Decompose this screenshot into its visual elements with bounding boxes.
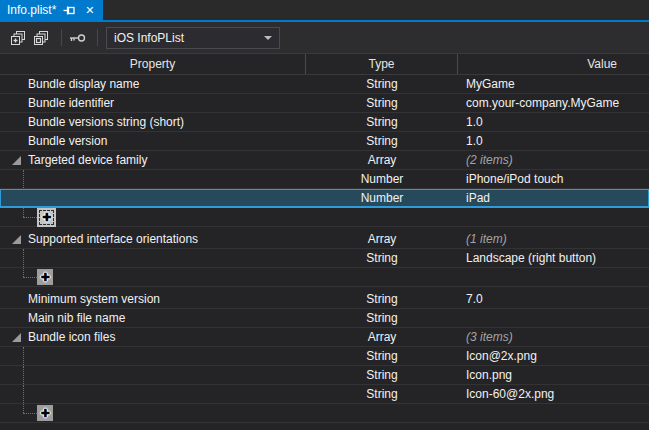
grid-row[interactable]: Targeted device familyArray(2 items): [0, 151, 649, 170]
tree-guide-line: [23, 385, 24, 403]
grid-row[interactable]: Minimum system versionString7.0: [0, 290, 649, 309]
grid-row[interactable]: NumberiPhone/iPod touch: [0, 170, 649, 189]
add-entry-button[interactable]: ✚: [37, 208, 56, 227]
tab-bar: Info.plist* ✕: [0, 0, 649, 22]
grid-row[interactable]: Supported interface orientationsArray(1 …: [0, 230, 649, 249]
type-cell: Number: [306, 172, 458, 186]
value-cell: Landscape (right button): [458, 251, 649, 265]
header-property[interactable]: Property: [0, 54, 306, 74]
property-cell: Minimum system version: [0, 292, 306, 306]
value-cell: Icon.png: [458, 368, 649, 382]
value-cell: (3 items): [458, 330, 649, 344]
type-cell: String: [306, 311, 458, 325]
value-cell: Icon@2x.png: [458, 349, 649, 363]
plus-icon: ✚: [40, 408, 49, 418]
header-type[interactable]: Type: [306, 54, 458, 74]
tree-guide-line: [23, 277, 37, 278]
grid-row[interactable]: Bundle display nameStringMyGame: [0, 75, 649, 94]
value-cell: iPhone/iPod touch: [458, 172, 649, 186]
type-cell: String: [306, 387, 458, 401]
type-cell: String: [306, 134, 458, 148]
grid-row[interactable]: Bundle versionString1.0: [0, 132, 649, 151]
grid-row[interactable]: NumberiPad: [0, 189, 649, 208]
add-entry-button[interactable]: ✚: [37, 405, 53, 421]
pin-icon[interactable]: [63, 4, 76, 17]
type-cell: Number: [306, 191, 458, 205]
plus-icon: ✚: [42, 212, 51, 222]
close-icon[interactable]: ✕: [83, 4, 96, 17]
plist-view-dropdown-value: iOS InfoPList: [114, 31, 184, 45]
tree-guide-line: [23, 170, 24, 188]
property-cell: Bundle identifier: [0, 96, 306, 110]
expander-icon[interactable]: [12, 333, 21, 342]
value-cell: com.your-company.MyGame: [458, 96, 649, 110]
property-cell: Bundle icon files: [0, 330, 306, 344]
type-cell: String: [306, 115, 458, 129]
toolbar-separator: [61, 29, 62, 46]
type-cell: String: [306, 292, 458, 306]
chevron-down-icon: [264, 36, 272, 40]
grid-body: Bundle display nameStringMyGameBundle id…: [0, 75, 649, 423]
grid-row[interactable]: Bundle identifierStringcom.your-company.…: [0, 94, 649, 113]
grid-row[interactable]: StringIcon.png: [0, 366, 649, 385]
tree-guide-line: [23, 366, 24, 384]
grid-row[interactable]: Bundle versions string (short)String1.0: [0, 113, 649, 132]
key-icon[interactable]: [68, 29, 86, 47]
grid-row[interactable]: Main nib file nameString: [0, 309, 649, 328]
property-cell: Targeted device family: [0, 153, 306, 167]
toolbar-separator: [97, 29, 98, 46]
value-cell: MyGame: [458, 77, 649, 91]
header-value[interactable]: Value: [458, 54, 649, 74]
expander-icon[interactable]: [12, 235, 21, 244]
item-list-stack-icon[interactable]: [32, 29, 50, 47]
toolbar: iOS InfoPList: [0, 22, 649, 53]
add-row[interactable]: ✚: [0, 404, 649, 423]
plist-grid: Property Type Value Bundle display nameS…: [0, 53, 649, 423]
expander-icon[interactable]: [12, 156, 21, 165]
grid-row[interactable]: StringIcon@2x.png: [0, 347, 649, 366]
type-cell: Array: [306, 153, 458, 167]
tree-guide-line: [23, 208, 24, 217]
tab-info-plist[interactable]: Info.plist* ✕: [0, 0, 103, 20]
tree-guide-line: [23, 249, 24, 267]
type-cell: Array: [306, 232, 458, 246]
type-cell: String: [306, 368, 458, 382]
tree-guide-line: [23, 413, 37, 414]
plist-view-dropdown[interactable]: iOS InfoPList: [106, 27, 280, 49]
property-cell: Main nib file name: [0, 311, 306, 325]
grid-row[interactable]: StringLandscape (right button): [0, 249, 649, 268]
add-item-stack-icon[interactable]: [9, 29, 27, 47]
tree-guide-line: [23, 217, 37, 218]
tree-guide-line: [23, 347, 24, 365]
tab-title: Info.plist*: [7, 3, 56, 17]
value-cell: 1.0: [458, 134, 649, 148]
value-cell: Icon-60@2x.png: [458, 387, 649, 401]
add-entry-button[interactable]: ✚: [37, 269, 53, 285]
value-cell: (1 item): [458, 232, 649, 246]
value-cell: iPad: [458, 191, 649, 205]
property-cell: Supported interface orientations: [0, 232, 306, 246]
tree-guide-line: [23, 404, 24, 413]
value-cell: 1.0: [458, 115, 649, 129]
type-cell: Array: [306, 330, 458, 344]
property-cell: Bundle versions string (short): [0, 115, 306, 129]
property-cell: Bundle version: [0, 134, 306, 148]
value-cell: (2 items): [458, 153, 649, 167]
grid-row[interactable]: Bundle icon filesArray(3 items): [0, 328, 649, 347]
plus-icon: ✚: [40, 272, 49, 282]
type-cell: String: [306, 251, 458, 265]
add-row[interactable]: ✚: [0, 208, 649, 227]
plist-editor-window: Info.plist* ✕: [0, 0, 649, 430]
tree-guide-line: [23, 268, 24, 277]
type-cell: String: [306, 96, 458, 110]
property-cell: Bundle display name: [0, 77, 306, 91]
value-cell: 7.0: [458, 292, 649, 306]
type-cell: String: [306, 77, 458, 91]
grid-row[interactable]: StringIcon-60@2x.png: [0, 385, 649, 404]
active-document-underline: [0, 20, 649, 22]
grid-header-row: Property Type Value: [0, 53, 649, 75]
type-cell: String: [306, 349, 458, 363]
add-row[interactable]: ✚: [0, 268, 649, 287]
